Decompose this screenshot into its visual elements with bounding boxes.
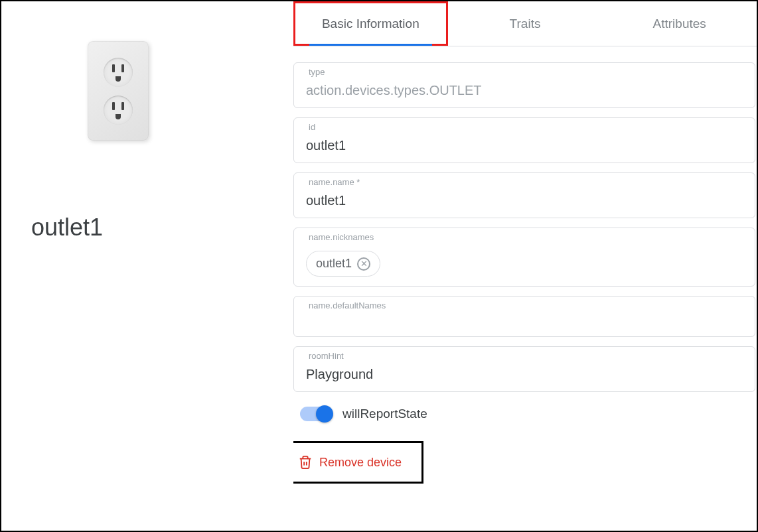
- tab-attributes[interactable]: Attributes: [602, 1, 757, 46]
- chip-remove-icon[interactable]: ✕: [357, 257, 370, 271]
- input-name-name[interactable]: [306, 193, 743, 208]
- form-area: type action.devices.types.OUTLET id outl…: [293, 46, 757, 497]
- outlet-socket-bottom: [104, 96, 133, 125]
- trash-icon: [298, 455, 313, 470]
- willreportstate-label: willReportState: [342, 407, 427, 421]
- field-name-nicknames[interactable]: name.nicknames outlet1 ✕: [293, 228, 755, 287]
- field-name-defaultnames[interactable]: name.defaultNames: [293, 296, 755, 337]
- tab-basic-information[interactable]: Basic Information: [293, 1, 448, 46]
- toggle-knob: [316, 405, 333, 423]
- field-id: id outlet1: [293, 117, 755, 163]
- tab-traits[interactable]: Traits: [448, 1, 603, 46]
- field-label-name-nicknames: name.nicknames: [306, 232, 376, 242]
- remove-device-label: Remove device: [319, 456, 402, 470]
- input-roomhint[interactable]: [306, 367, 743, 382]
- field-type: type action.devices.types.OUTLET: [293, 62, 755, 108]
- field-name-name[interactable]: name.name *: [293, 172, 755, 218]
- tab-label: Basic Information: [322, 17, 419, 31]
- remove-device-highlight: Remove device: [293, 441, 423, 484]
- field-value-type: action.devices.types.OUTLET: [306, 83, 743, 98]
- willreportstate-row: willReportState: [300, 407, 757, 421]
- field-label-type: type: [306, 67, 328, 77]
- field-value-id: outlet1: [306, 138, 743, 153]
- willreportstate-toggle[interactable]: [300, 407, 332, 421]
- remove-device-button[interactable]: Remove device: [298, 455, 402, 470]
- tab-label: Traits: [510, 17, 541, 31]
- field-label-id: id: [306, 122, 318, 132]
- device-image-outlet: [88, 41, 149, 141]
- chip-text: outlet1: [316, 257, 352, 271]
- nicknames-chip-container: outlet1 ✕: [306, 251, 743, 277]
- device-title: outlet1: [31, 214, 103, 241]
- main-panel: Basic Information Traits Attributes type…: [293, 1, 757, 531]
- device-sidebar: outlet1: [1, 1, 293, 531]
- field-label-roomhint: roomHint: [306, 351, 346, 361]
- field-label-name-name: name.name *: [306, 177, 362, 187]
- field-label-name-defaultnames: name.defaultNames: [306, 300, 388, 310]
- tabs-bar: Basic Information Traits Attributes: [293, 1, 757, 46]
- field-roomhint[interactable]: roomHint: [293, 346, 755, 392]
- nickname-chip: outlet1 ✕: [306, 251, 380, 277]
- tab-label: Attributes: [653, 17, 706, 31]
- outlet-socket-top: [104, 58, 133, 87]
